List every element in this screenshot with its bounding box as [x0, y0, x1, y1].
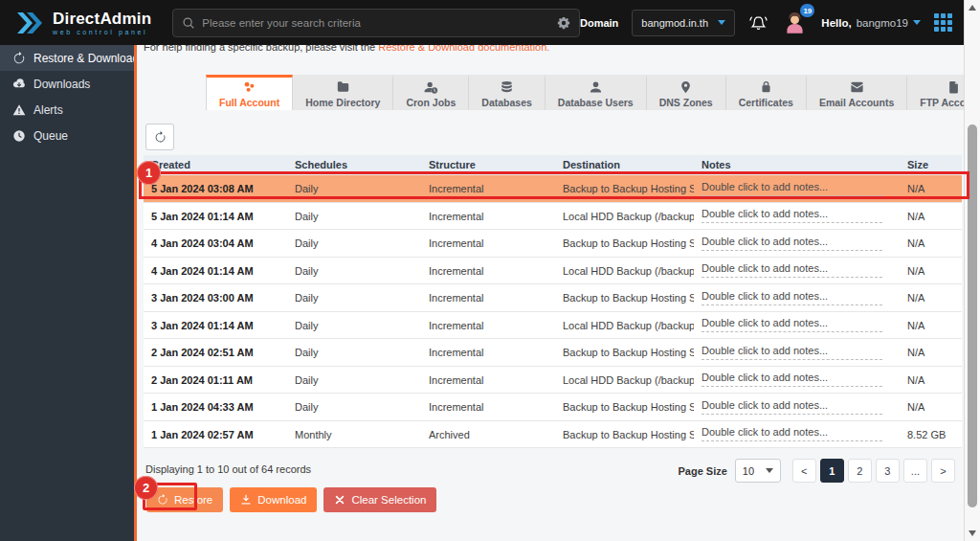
column-header-notes[interactable]: Notes: [694, 155, 900, 175]
restore-button[interactable]: Restore: [146, 487, 223, 512]
table-row[interactable]: 5 Jan 2024 03:08 AMDailyIncrementalBacku…: [144, 175, 962, 203]
sidebar-item-downloads[interactable]: Downloads: [0, 71, 134, 97]
clear-button[interactable]: Clear Selection: [323, 487, 436, 512]
sidebar-item-alerts[interactable]: Alerts: [0, 97, 134, 123]
page-button-1[interactable]: 1: [820, 459, 844, 483]
gear-icon[interactable]: [557, 16, 570, 30]
brand-text: DirectAdmin web control panel: [53, 11, 151, 35]
tab-email-accounts[interactable]: Email Accounts: [807, 75, 907, 110]
cell-size: N/A: [900, 258, 962, 284]
brand-logo[interactable]: DirectAdmin web control panel: [0, 11, 151, 35]
records-summary: Displaying 1 to 10 out of 64 records: [145, 463, 311, 475]
table-row[interactable]: 3 Jan 2024 03:00 AMDailyIncrementalBacku…: [144, 284, 962, 312]
refresh-button[interactable]: [145, 124, 174, 150]
cell-schedules: Daily: [287, 284, 421, 311]
main-content: For help finding a specific backup, plea…: [137, 45, 964, 541]
cell-schedules: Daily: [287, 367, 421, 394]
refresh-icon: [154, 131, 167, 144]
page-button-prev[interactable]: <: [792, 459, 816, 483]
cell-schedules: Daily: [287, 339, 421, 366]
tab-cron-jobs[interactable]: Cron Jobs: [393, 75, 469, 110]
cell-structure: Incremental: [421, 284, 555, 311]
cell-destination: Backup to Backup Hosting Server: [555, 230, 694, 257]
cell-size: N/A: [900, 175, 962, 202]
documentation-link[interactable]: Restore & Download documentation.: [378, 45, 549, 53]
table-row[interactable]: 2 Jan 2024 02:51 AMDailyIncrementalBacku…: [144, 339, 962, 367]
table-row[interactable]: 1 Jan 2024 04:33 AMDailyIncrementalBacku…: [144, 394, 962, 421]
column-header-schedules[interactable]: Schedules: [287, 155, 421, 175]
table-row[interactable]: 4 Jan 2024 03:04 AMDailyIncrementalBacku…: [144, 230, 962, 258]
tab-database-users[interactable]: Database Users: [546, 75, 647, 110]
table-row[interactable]: 3 Jan 2024 01:14 AMDailyIncrementalLocal…: [144, 312, 962, 340]
search-input[interactable]: [172, 9, 580, 37]
cell-notes[interactable]: Double click to add notes...: [694, 203, 900, 230]
page-size-select[interactable]: 10: [735, 459, 781, 483]
cell-notes[interactable]: Double click to add notes...: [694, 394, 900, 420]
tab-label: Email Accounts: [819, 97, 894, 108]
column-header-destination[interactable]: Destination: [555, 155, 694, 175]
tab-home-directory[interactable]: Home Directory: [293, 75, 393, 110]
table-row[interactable]: 2 Jan 2024 01:11 AMDailyIncrementalLocal…: [144, 367, 962, 394]
cell-structure: Incremental: [421, 394, 555, 420]
cell-destination: Backup to Backup Hosting Server: [555, 421, 694, 448]
cell-size: N/A: [900, 394, 962, 420]
sidebar-item-label: Queue: [33, 129, 68, 143]
page-button-next[interactable]: >: [931, 459, 955, 483]
tab-certificates[interactable]: Certificates: [726, 75, 807, 110]
cell-schedules: Daily: [287, 312, 421, 339]
user-menu[interactable]: Hello, bangmo19: [821, 17, 921, 29]
tab-full-account[interactable]: Full Account: [206, 75, 293, 110]
vertical-scrollbar: [964, 0, 980, 541]
column-header-size[interactable]: Size: [900, 155, 962, 175]
brand-name: DirectAdmin: [53, 11, 151, 27]
scrollbar-thumb[interactable]: [968, 124, 977, 507]
home-directory-icon: [336, 80, 350, 94]
cell-notes[interactable]: Double click to add notes...: [694, 175, 900, 202]
table-row[interactable]: 5 Jan 2024 01:14 AMDailyIncrementalLocal…: [144, 203, 962, 231]
page-button-3[interactable]: 3: [876, 459, 900, 483]
page-button-ellipsis[interactable]: ...: [903, 459, 927, 483]
cell-notes[interactable]: Double click to add notes...: [694, 258, 900, 284]
apps-grid-icon[interactable]: [934, 13, 952, 32]
table-body: 5 Jan 2024 03:08 AMDailyIncrementalBacku…: [144, 175, 962, 448]
search-icon: [182, 16, 195, 30]
tab-label: Cron Jobs: [406, 97, 456, 108]
cell-notes[interactable]: Double click to add notes...: [694, 312, 900, 339]
restore-icon: [157, 494, 168, 506]
tab-databases[interactable]: Databases: [469, 75, 546, 110]
tab-ftp-accounts[interactable]: FTP Accounts: [907, 75, 964, 110]
close-icon: [334, 494, 345, 506]
cell-created: 5 Jan 2024 01:14 AM: [144, 203, 287, 230]
downloads-icon: [12, 78, 26, 91]
directadmin-logo-icon: [15, 11, 44, 35]
tab-label: Certificates: [739, 97, 793, 108]
column-header-structure[interactable]: Structure: [421, 155, 555, 175]
table-row[interactable]: 1 Jan 2024 02:57 AMMonthlyArchivedBackup…: [144, 421, 962, 449]
user-avatar[interactable]: 19: [782, 10, 808, 35]
email-accounts-icon: [850, 80, 864, 94]
scroll-down-arrow[interactable]: [969, 530, 976, 536]
cell-schedules: Daily: [287, 175, 421, 202]
download-button[interactable]: Download: [230, 487, 317, 512]
table-row[interactable]: 4 Jan 2024 01:14 AMDailyIncrementalLocal…: [144, 258, 962, 285]
page-button-2[interactable]: 2: [848, 459, 872, 483]
cell-notes[interactable]: Double click to add notes...: [694, 230, 900, 257]
cell-notes[interactable]: Double click to add notes...: [694, 421, 900, 448]
cell-structure: Incremental: [421, 312, 555, 339]
cell-notes[interactable]: Double click to add notes...: [694, 284, 900, 311]
bell-icon[interactable]: [748, 14, 768, 32]
scroll-up-arrow[interactable]: [969, 5, 976, 11]
sidebar-item-queue[interactable]: Queue: [0, 123, 134, 148]
cell-notes[interactable]: Double click to add notes...: [694, 367, 900, 394]
header-right: Domain bangmod.in.th: [580, 10, 964, 36]
column-header-created[interactable]: Created: [144, 155, 287, 175]
sidebar-item-restore-download[interactable]: Restore & Download: [0, 45, 134, 71]
button-label: Clear Selection: [351, 494, 426, 506]
cell-notes[interactable]: Double click to add notes...: [694, 339, 900, 366]
tab-label: FTP Accounts: [920, 97, 964, 108]
tab-dns-zones[interactable]: DNS Zones: [647, 75, 726, 110]
top-header: DirectAdmin web control panel Domain ban…: [0, 0, 964, 45]
chevron-down-icon: [766, 468, 773, 473]
notes-placeholder: Double click to add notes...: [702, 290, 882, 305]
domain-select[interactable]: bangmod.in.th: [632, 10, 735, 36]
